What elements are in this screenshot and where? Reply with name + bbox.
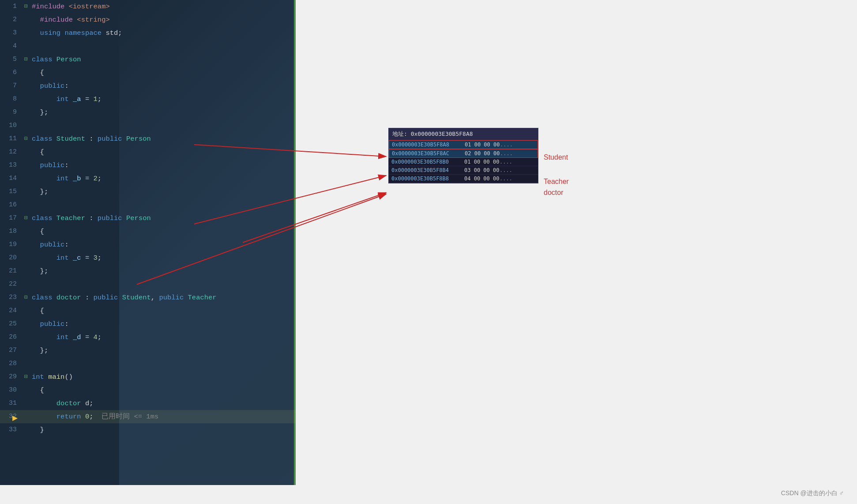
label-doctor: doctor: [544, 189, 563, 197]
memory-window: 地址: 0x0000003E30B5F8A8 0x0000003E30B5F8A…: [388, 128, 538, 183]
label-teacher: Teacher: [544, 178, 569, 186]
memory-row-1: 0x0000003E30B5F8A8 01 00 00 00 ....: [389, 140, 538, 149]
editor-panel: 1 ⊟ #include <iostream> 2 #include <stri…: [0, 0, 296, 485]
code-area: 1 ⊟ #include <iostream> 2 #include <stri…: [0, 0, 296, 485]
code-line-4: 4: [0, 40, 296, 53]
code-line-20: 20 int _c = 3;: [0, 251, 296, 265]
code-line-23: 23 ⊟ class doctor : public Student, publ…: [0, 291, 296, 304]
code-line-8: 8 int _a = 1;: [0, 93, 296, 106]
memory-row-2: 0x0000003E30B5F8AC 02 00 00 00 ....: [389, 149, 538, 158]
watermark: CSDN @进击的小白 ♂: [781, 489, 844, 497]
code-line-18: 18 {: [0, 225, 296, 238]
code-line-19: 19 public:: [0, 238, 296, 251]
code-line-5: 5 ⊟ class Person: [0, 53, 296, 66]
code-line-2: 2 #include <string>: [0, 13, 296, 26]
code-line-27: 27 };: [0, 344, 296, 357]
memory-row-5: 0x0000003E30B5F8B8 04 00 00 00 ....: [389, 175, 538, 183]
code-line-31: 31 doctor d;: [0, 397, 296, 410]
memory-title: 地址: 0x0000003E30B5F8A8: [389, 128, 538, 140]
code-line-14: 14 int _b = 2;: [0, 172, 296, 185]
code-line-10: 10: [0, 119, 296, 132]
code-line-30: 30 {: [0, 384, 296, 397]
code-line-17: 17 ⊟ class Teacher : public Person: [0, 212, 296, 225]
code-line-1: 1 ⊟ #include <iostream>: [0, 0, 296, 13]
code-line-25: 25 public:: [0, 317, 296, 331]
code-line-11: 11 ⊟ class Student : public Person: [0, 132, 296, 146]
memory-row-4: 0x0000003E30B5F8B4 03 00 00 00 ....: [389, 166, 538, 175]
code-line-12: 12 {: [0, 146, 296, 159]
code-line-16: 16: [0, 198, 296, 212]
memory-row-3: 0x0000003E30B5F8B0 01 00 00 00 ....: [389, 158, 538, 166]
code-line-7: 7 public:: [0, 79, 296, 93]
code-line-24: 24 {: [0, 304, 296, 317]
label-student: Student: [544, 153, 568, 161]
code-line-22: 22: [0, 278, 296, 291]
code-line-15: 15 };: [0, 185, 296, 198]
code-line-6: 6 {: [0, 66, 296, 79]
code-line-21: 21 };: [0, 265, 296, 278]
code-line-26: 26 int _d = 4;: [0, 331, 296, 344]
code-line-28: 28: [0, 357, 296, 370]
code-line-3: 3 using namespace std;: [0, 26, 296, 40]
code-line-13: 13 public:: [0, 159, 296, 172]
code-line-33: 33 }: [0, 423, 296, 437]
code-line-9: 9 };: [0, 106, 296, 119]
code-line-29: 29 ⊟ int main(): [0, 370, 296, 384]
code-line-32: 32 ▶ return 0; 已用时间 <= 1ms: [0, 410, 296, 423]
